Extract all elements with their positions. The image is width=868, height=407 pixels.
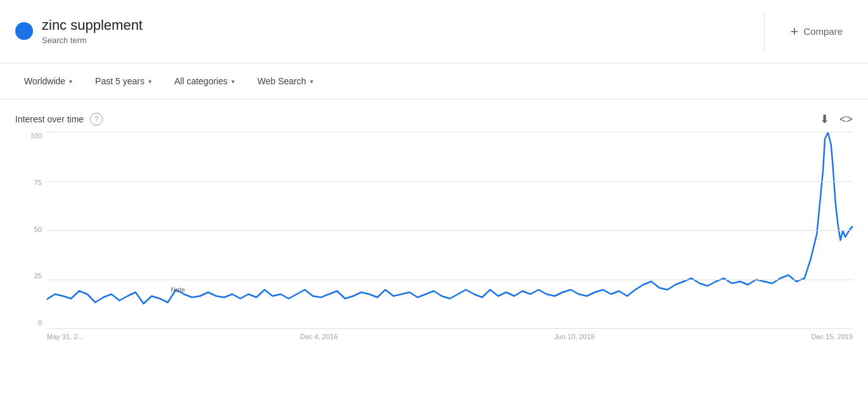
y-axis: 0 25 50 75 100: [15, 132, 47, 329]
download-icon[interactable]: ⬇: [820, 112, 829, 126]
plus-icon: +: [790, 23, 798, 40]
x-label-2: Jun 10, 2018: [554, 333, 595, 340]
search-type-label: Web Search: [257, 76, 306, 86]
compare-label: Compare: [803, 26, 843, 37]
chart-container: 0 25 50 75 100: [15, 132, 853, 348]
location-filter[interactable]: Worldwide ▾: [15, 71, 81, 91]
chart-title: Interest over time: [15, 114, 84, 124]
x-label-3: Dec 15, 2019: [812, 333, 853, 340]
header-divider: [764, 13, 765, 51]
chart-actions: ⬇ <>: [820, 112, 853, 126]
chart-plot-area: Note: [47, 132, 853, 329]
time-range-label: Past 5 years: [95, 76, 145, 86]
location-arrow-icon: ▾: [69, 78, 72, 85]
embed-icon[interactable]: <>: [839, 113, 853, 126]
x-label-1: Dec 4, 2016: [300, 333, 337, 340]
compare-button[interactable]: + Compare: [780, 18, 853, 45]
filter-bar: Worldwide ▾ Past 5 years ▾ All categorie…: [0, 63, 868, 100]
trend-line: [47, 132, 853, 304]
chart-section: Interest over time ? ⬇ <> 0 25 50 75 100: [0, 100, 868, 348]
search-type-filter[interactable]: Web Search ▾: [249, 71, 322, 91]
search-term-title: zinc supplement: [42, 17, 143, 34]
grid-line-25: [47, 280, 853, 280]
note-label: Note: [171, 286, 185, 294]
location-label: Worldwide: [24, 76, 65, 86]
grid-line-75: [47, 181, 853, 182]
help-icon[interactable]: ?: [90, 113, 103, 126]
y-label-100: 100: [15, 132, 47, 139]
category-label: All categories: [174, 76, 228, 86]
category-arrow-icon: ▾: [231, 78, 235, 85]
search-term-type: Search term: [42, 36, 87, 45]
time-range-filter[interactable]: Past 5 years ▾: [86, 71, 160, 91]
grid-line-50: [47, 230, 853, 231]
category-filter[interactable]: All categories ▾: [165, 71, 243, 91]
search-term-text: zinc supplement Search term: [42, 17, 143, 45]
y-label-50: 50: [15, 226, 47, 233]
x-label-0: May 31, 2...: [47, 333, 83, 340]
grid-line-100: [47, 132, 853, 132]
y-label-25: 25: [15, 273, 47, 280]
header: zinc supplement Search term + Compare: [0, 0, 868, 63]
search-type-arrow-icon: ▾: [310, 78, 313, 85]
chart-header: Interest over time ? ⬇ <>: [15, 112, 853, 126]
x-axis: May 31, 2... Dec 4, 2016 Jun 10, 2018 De…: [47, 329, 853, 348]
trend-chart-svg: [47, 132, 853, 329]
search-term-block: zinc supplement Search term: [15, 17, 749, 45]
y-label-75: 75: [15, 179, 47, 186]
chart-title-group: Interest over time ?: [15, 113, 103, 126]
y-label-0: 0: [15, 320, 47, 326]
search-term-dot: [15, 22, 33, 40]
time-range-arrow-icon: ▾: [148, 78, 152, 85]
